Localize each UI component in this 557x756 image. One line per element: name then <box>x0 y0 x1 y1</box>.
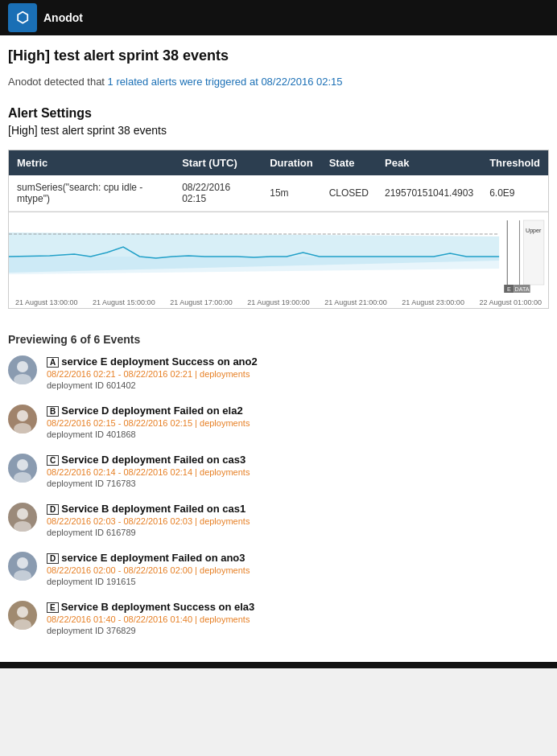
event-content: BService D deployment Failed on ela2 08/… <box>47 405 549 439</box>
logo: ⬡ <box>8 3 37 32</box>
event-id: deployment ID 616789 <box>47 528 549 537</box>
svg-point-4 <box>17 459 28 470</box>
svg-point-11 <box>14 619 31 630</box>
description-highlight: 1 related alerts were triggered at 08/22… <box>108 76 343 88</box>
event-badge: B <box>47 406 59 417</box>
event-avatar <box>8 601 37 630</box>
cell-state: CLOSED <box>321 175 377 212</box>
col-state: State <box>321 150 377 175</box>
events-title: Previewing 6 of 6 Events <box>8 333 549 346</box>
svg-point-5 <box>14 472 31 483</box>
col-peak: Peak <box>377 150 481 175</box>
event-content: EService B deployment Success on ela3 08… <box>47 601 549 635</box>
avatar-icon <box>8 503 37 532</box>
cell-duration: 15m <box>262 175 320 212</box>
chart-label-2: 21 August 17:00:00 <box>170 298 233 306</box>
chart-label-0: 21 August 13:00:00 <box>15 298 78 306</box>
events-section: Previewing 6 of 6 Events Aservice E depl… <box>0 321 557 662</box>
chart-label-5: 21 August 23:00:00 <box>402 298 464 306</box>
events-list: Aservice E deployment Success on ano2 08… <box>8 355 549 635</box>
col-duration: Duration <box>262 150 320 175</box>
svg-point-3 <box>14 423 31 433</box>
svg-point-6 <box>17 508 28 520</box>
event-time: 08/22/2016 02:03 - 08/22/2016 02:03 | de… <box>47 516 549 526</box>
event-label: BService D deployment Failed on ela2 <box>47 405 549 417</box>
svg-point-2 <box>17 410 28 421</box>
svg-point-0 <box>17 361 28 372</box>
description-prefix: Anodot detected that <box>8 76 108 88</box>
cell-peak: 219570151041.4903 <box>377 175 481 212</box>
event-label: CService D deployment Failed on cas3 <box>47 454 549 466</box>
event-content: CService D deployment Failed on cas3 08/… <box>47 454 549 488</box>
col-threshold: Threshold <box>481 150 548 175</box>
cell-metric: sumSeries("search: cpu idle -mtype") <box>9 175 174 212</box>
chart-area: Upper E DATA 21 August 13:00:00 21 Augus… <box>8 212 549 309</box>
col-start: Start (UTC) <box>174 150 262 175</box>
cell-start: 08/22/2016 02:15 <box>174 175 262 212</box>
event-item: CService D deployment Failed on cas3 08/… <box>8 454 549 488</box>
event-time: 08/22/2016 02:21 - 08/22/2016 02:21 | de… <box>47 369 549 379</box>
col-metric: Metric <box>9 150 174 175</box>
event-time: 08/22/2016 02:00 - 08/22/2016 02:00 | de… <box>47 565 549 575</box>
chart-legend-upper: Upper <box>526 228 542 234</box>
section-title: Alert Settings <box>8 106 549 121</box>
table-row: sumSeries("search: cpu idle -mtype") 08/… <box>9 175 548 212</box>
event-badge: D <box>47 504 59 515</box>
event-time: 08/22/2016 02:15 - 08/22/2016 02:15 | de… <box>47 418 549 428</box>
svg-point-7 <box>14 521 31 532</box>
section-subtitle: [High] test alert sprint 38 events <box>8 124 549 137</box>
event-avatar <box>8 454 37 483</box>
avatar-icon <box>8 552 37 581</box>
event-id: deployment ID 401868 <box>47 429 549 439</box>
event-id: deployment ID 191615 <box>47 577 549 586</box>
event-avatar <box>8 503 37 532</box>
metrics-table: Metric Start (UTC) Duration State Peak T… <box>8 150 549 212</box>
alert-description: Anodot detected that 1 related alerts we… <box>8 74 549 90</box>
avatar-icon <box>8 355 37 384</box>
event-item: DService B deployment Failed on cas1 08/… <box>8 503 549 537</box>
event-item: Dservice E deployment Failed on ano3 08/… <box>8 552 549 586</box>
chart-svg: Upper E DATA <box>9 216 548 293</box>
event-time: 08/22/2016 02:14 - 08/22/2016 02:14 | de… <box>47 467 549 477</box>
event-item: EService B deployment Success on ela3 08… <box>8 601 549 635</box>
event-label: EService B deployment Success on ela3 <box>47 601 549 613</box>
event-label: DService B deployment Failed on cas1 <box>47 503 549 515</box>
event-badge: A <box>47 357 59 368</box>
chart-band-lower <box>9 257 499 274</box>
event-label: Dservice E deployment Failed on ano3 <box>47 552 549 564</box>
logo-icon: ⬡ <box>16 9 29 27</box>
brand-name: Anodot <box>43 11 83 24</box>
event-id: deployment ID 716783 <box>47 479 549 488</box>
event-content: DService B deployment Failed on cas1 08/… <box>47 503 549 537</box>
event-content: Dservice E deployment Failed on ano3 08/… <box>47 552 549 586</box>
cell-threshold: 6.0E9 <box>481 175 548 212</box>
event-id: deployment ID 376829 <box>47 626 549 635</box>
chart-label-6: 22 August 01:00:00 <box>479 298 542 306</box>
event-item: Aservice E deployment Success on ano2 08… <box>8 355 549 390</box>
chart-label-3: 21 August 19:00:00 <box>247 298 310 306</box>
event-label: Aservice E deployment Success on ano2 <box>47 355 549 368</box>
event-avatar <box>8 552 37 581</box>
event-avatar <box>8 355 37 384</box>
chart-e-label: E <box>507 286 511 292</box>
svg-point-9 <box>14 570 31 581</box>
event-id: deployment ID 601402 <box>47 380 549 390</box>
avatar-icon <box>8 454 37 483</box>
chart-container: Upper E DATA <box>9 216 548 297</box>
chart-x-labels: 21 August 13:00:00 21 August 15:00:00 21… <box>9 297 548 308</box>
chart-data-label: DATA <box>515 286 530 292</box>
event-item: BService D deployment Failed on ela2 08/… <box>8 405 549 439</box>
avatar-icon <box>8 601 37 630</box>
chart-label-1: 21 August 15:00:00 <box>93 298 155 306</box>
alert-title: [High] test alert sprint 38 events <box>8 47 549 64</box>
svg-point-8 <box>17 557 28 569</box>
event-time: 08/22/2016 01:40 - 08/22/2016 01:40 | de… <box>47 614 549 624</box>
table-header-row: Metric Start (UTC) Duration State Peak T… <box>9 150 548 175</box>
main-content: [High] test alert sprint 38 events Anodo… <box>0 35 557 321</box>
avatar-icon <box>8 405 37 433</box>
event-badge: D <box>47 553 59 564</box>
event-badge: E <box>47 602 59 613</box>
footer-bar <box>0 662 557 668</box>
event-badge: C <box>47 455 59 466</box>
event-avatar <box>8 405 37 433</box>
